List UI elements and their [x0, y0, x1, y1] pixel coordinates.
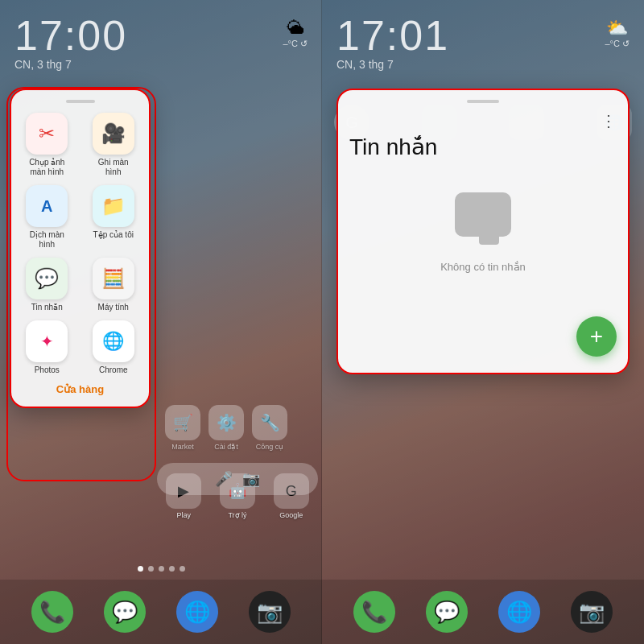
translate-label: Dịch mànhình [30, 230, 64, 250]
right-time: 17:01 [336, 14, 630, 56]
right-status-bar: 17:01 CN, 3 thg 7 ⛅ –°C ↺ [322, 0, 644, 71]
record-icon: 🎥 [93, 113, 134, 155]
msg-panel-inner: ⋮ Tin nhắn Không có tin nhắn [338, 90, 628, 308]
popup-item-photos[interactable]: ✦ Photos [18, 320, 76, 375]
left-search-bar[interactable]: 🎤 📷 [157, 463, 318, 495]
fab-compose-button[interactable]: + [576, 316, 617, 357]
popup-item-messages[interactable]: 💬 Tin nhắn [18, 258, 76, 312]
left-weather-icon: 🌥 [287, 18, 304, 39]
left-popup-card[interactable]: ✂ Chụp ảnhmàn hình 🎥 Ghi mànhình A Dịch … [10, 89, 151, 408]
messages-icon: 💬 [26, 258, 68, 299]
right-msg-panel[interactable]: ⋮ Tin nhắn Không có tin nhắn + [336, 89, 630, 374]
page-indicators [0, 566, 322, 572]
mic-icon: 🎤 [215, 470, 233, 488]
dock-messages[interactable]: 💬 [104, 591, 146, 633]
screenshot-label: Chụp ảnhmàn hình [29, 158, 64, 177]
cua-hang-label[interactable]: Cửa hàng [18, 383, 142, 395]
record-label: Ghi mànhình [98, 158, 129, 177]
files-icon: 📁 [93, 185, 134, 227]
right-weather-temp: –°C ↺ [605, 39, 630, 49]
half-divider [321, 0, 322, 644]
left-screen: 17:00 CN, 3 thg 7 🌥 –°C ↺ ✂ Chụp ảnhmàn … [0, 0, 322, 644]
right-dock: 📞 💬 🌐 📷 [322, 580, 644, 644]
msg-handle [467, 100, 499, 103]
bg-app-market: 🛒 Market [165, 405, 200, 451]
translate-icon: A [26, 185, 68, 227]
popup-item-files[interactable]: 📁 Tệp của tôi [85, 185, 143, 250]
right-dock-phone[interactable]: 📞 [353, 591, 395, 633]
msg-empty-area: Không có tin nhắn [349, 176, 617, 297]
popup-item-screenshot[interactable]: ✂ Chụp ảnhmàn hình [18, 113, 76, 177]
bg-app-settings: ⚙️ Cài đặt [208, 405, 244, 451]
popup-handle [66, 100, 95, 103]
files-label: Tệp của tôi [93, 230, 134, 240]
left-status-bar: 17:00 CN, 3 thg 7 🌥 –°C ↺ [0, 0, 322, 71]
popup-item-record[interactable]: 🎥 Ghi mànhình [85, 113, 143, 177]
left-weather: 🌥 –°C ↺ [283, 18, 308, 49]
dot-1 [138, 566, 143, 572]
right-dock-browser[interactable]: 🌐 [498, 591, 540, 633]
dot-5 [180, 566, 185, 572]
left-bg-apps: 🛒 Market ⚙️ Cài đặt 🔧 Công cụ [161, 405, 318, 451]
left-weather-temp: –°C ↺ [283, 39, 308, 49]
right-weather: ⛅ –°C ↺ [605, 18, 630, 49]
bg-app-tools: 🔧 Công cụ [252, 405, 287, 451]
dot-2 [148, 566, 154, 572]
right-weather-icon: ⛅ [606, 18, 628, 39]
popup-grid: ✂ Chụp ảnhmàn hình 🎥 Ghi mànhình A Dịch … [18, 113, 142, 375]
chrome-icon: 🌐 [93, 320, 134, 362]
popup-item-calculator[interactable]: 🧮 Máy tính [85, 258, 143, 312]
screenshot-icon: ✂ [26, 113, 68, 155]
dock-browser[interactable]: 🌐 [176, 591, 218, 633]
chrome-label: Chrome [99, 365, 128, 375]
dot-4 [169, 566, 175, 572]
fab-plus-icon: + [590, 324, 603, 349]
popup-item-chrome[interactable]: 🌐 Chrome [85, 320, 143, 375]
left-date: CN, 3 thg 7 [14, 58, 308, 71]
dock-phone[interactable]: 📞 [31, 591, 73, 633]
right-dock-messages[interactable]: 💬 [426, 591, 468, 633]
lens-icon: 📷 [242, 470, 260, 488]
left-time: 17:00 [14, 14, 308, 56]
messages-label: Tin nhắn [31, 303, 63, 312]
right-screen: 17:01 CN, 3 thg 7 ⛅ –°C ↺ G 🌐 ⋮ Tin nhắn… [322, 0, 644, 644]
dock-camera[interactable]: 📷 [249, 591, 291, 633]
calculator-label: Máy tính [98, 303, 129, 312]
dot-3 [159, 566, 164, 572]
msg-empty-text: Không có tin nhắn [440, 261, 526, 273]
left-dock: 📞 💬 🌐 📷 [0, 580, 322, 644]
right-date: CN, 3 thg 7 [336, 58, 630, 71]
calculator-icon: 🧮 [93, 258, 134, 299]
right-dock-camera[interactable]: 📷 [571, 591, 613, 633]
msg-empty-icon [455, 192, 511, 237]
photos-label: Photos [35, 365, 60, 375]
popup-item-translate[interactable]: A Dịch mànhình [18, 185, 76, 250]
msg-title: Tin nhắn [349, 134, 617, 160]
msg-menu-dots[interactable]: ⋮ [349, 111, 617, 130]
photos-icon: ✦ [26, 320, 68, 362]
